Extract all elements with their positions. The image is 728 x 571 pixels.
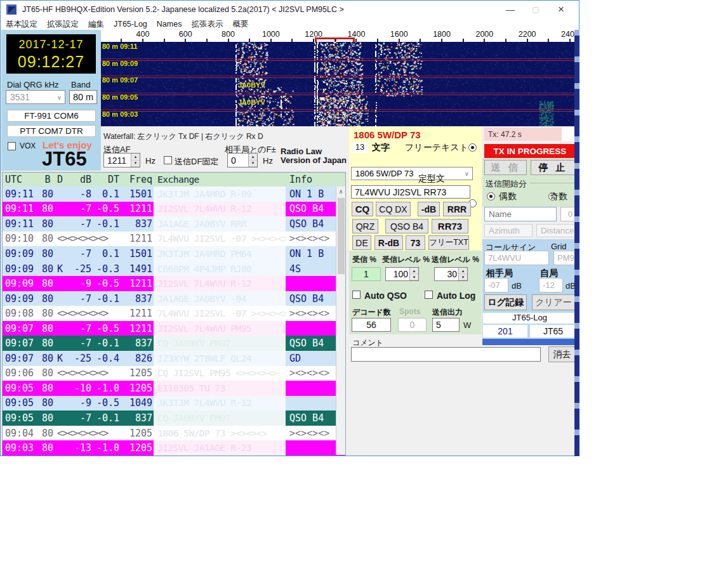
table-row[interactable]: 09:0880<><><><><>12117L4WVU JI2SVL -07 >…: [3, 306, 345, 321]
tx-af-spinner[interactable]: 1211 ▲▼: [103, 153, 140, 167]
table-row[interactable]: 09:1180-7-0.51211JI2SVL 7L4WVU R-12QSO B…: [3, 202, 345, 217]
scrollbar-thumb[interactable]: [338, 198, 345, 274]
scroll-up-icon[interactable]: ∧: [336, 187, 345, 197]
comment-input[interactable]: [351, 347, 541, 362]
menu-edit[interactable]: 編集: [88, 19, 104, 30]
cell-band: 80: [38, 216, 57, 232]
r-db-button[interactable]: R-dB: [374, 235, 403, 250]
rr73-button[interactable]: RR73: [432, 219, 468, 233]
seventythree-button[interactable]: 73: [406, 235, 425, 250]
chevron-down-icon: ∨: [57, 94, 62, 101]
auto-log-checkbox[interactable]: [425, 291, 433, 299]
auto-qso-checkbox[interactable]: [352, 291, 361, 299]
waterfall-canvas[interactable]: [101, 42, 575, 126]
menu-basic-settings[interactable]: 基本設定: [6, 19, 37, 30]
table-row[interactable]: 09:0980-70.11501JK3TJM JA4MRD PM64ON 1 B: [3, 246, 345, 261]
callsign-input[interactable]: 7L4WVU: [484, 251, 549, 265]
table-row[interactable]: 09:1180-7-0.1837JA1AGE JA0BYV RRRQSO B4: [3, 216, 345, 232]
dial-qrg-select[interactable]: 3531 ∨: [6, 90, 65, 104]
separator-bar: [482, 339, 577, 345]
table-row[interactable]: 09:0580-7-0.1837CQ JA0BYV PM97QSO B4: [3, 410, 345, 426]
table-row[interactable]: 09:1080<><><><><>12117L4WVU JI2SVL -07 >…: [3, 232, 345, 247]
spinner-arrows-icon[interactable]: ▲▼: [409, 268, 418, 280]
menu-names[interactable]: Names: [157, 20, 182, 29]
table-row[interactable]: 09:0380-13-1.01205JI2SVL JA1AGE R-23: [3, 440, 345, 456]
cell-dt: -0.1: [91, 336, 119, 351]
rx-level-spinner[interactable]: 100 ▲▼: [385, 267, 419, 281]
stop-button[interactable]: 停 止: [531, 160, 576, 175]
df-lock-checkbox[interactable]: [164, 156, 172, 164]
table-row[interactable]: 09:0780-7-0.51211JI2SVL 7L4WVU PM95: [3, 321, 345, 336]
vox-checkbox[interactable]: [8, 142, 16, 150]
close-button[interactable]: ×: [548, 1, 574, 18]
log-record-button[interactable]: ログ記録: [484, 294, 527, 310]
spinner-arrows-icon[interactable]: ▲▼: [248, 154, 257, 167]
rig-status[interactable]: FT-991 COM6: [7, 110, 96, 122]
waterfall[interactable]: 80 m 09:1180 m 09:0980 m 09:0780 m 09:05…: [101, 42, 575, 126]
table-row[interactable]: 09:0980-9-0.51211JI2SVL 7L4WVU R-12: [3, 276, 345, 291]
table-row[interactable]: 09:0980-7-0.1837JA1AGE JA0BYV -04QSO B4: [3, 291, 345, 306]
minimize-button[interactable]: —: [498, 1, 523, 18]
cqdx-button[interactable]: CQ DX: [376, 202, 411, 216]
cell-exchange: JI2SVL 7L4WVU PM95: [154, 321, 286, 336]
even-radio[interactable]: [487, 192, 495, 200]
template-text-input[interactable]: 7L4WVU JI2SVL RR73: [351, 185, 470, 199]
cell-exchange: JA1AGE JA0BYV -04: [154, 291, 286, 306]
col-utc: UTC: [3, 174, 38, 185]
rrr-button[interactable]: RRR: [443, 202, 471, 216]
table-row[interactable]: 09:0480<><><><><>12051806 5W/DP 73 ><><>…: [3, 426, 345, 441]
table-row[interactable]: 09:0780K-25-0.4826IZ3XYW 2T8WLF QL24GD: [3, 351, 345, 366]
send-button[interactable]: 送 信: [484, 160, 527, 175]
cell-exchange: JA1AGE JA0BYV RRR: [154, 216, 286, 232]
qrz-button[interactable]: QRZ: [352, 219, 378, 233]
spinner-arrows-icon[interactable]: ▲▼: [131, 154, 140, 167]
app-window: JT65-HF HB9HQX-Edition Version 5.2- Japa…: [0, 0, 579, 456]
table-row[interactable]: 09:0780-7-0.1837CQ JA0BYV PM97QSO B4: [3, 336, 345, 351]
cell-dt: 0.1: [91, 187, 119, 202]
cell-decoder: [57, 336, 67, 351]
ptt-status[interactable]: PTT COM7 DTR: [7, 125, 96, 137]
table-header: UTC B D dB DT Freq Exchange Info: [3, 173, 345, 187]
free-text-radio[interactable]: [468, 143, 477, 152]
table-row[interactable]: 09:1180-80.11501JK3TJM JA4MRD R-09ON 1 B: [3, 187, 345, 202]
minus-db-button[interactable]: -dB: [418, 202, 440, 216]
timer-spacer: [562, 128, 576, 141]
table-row[interactable]: 09:0580-10-1.01205E110305 TU 73: [3, 381, 345, 396]
titlebar[interactable]: JT65-HF HB9HQX-Edition Version 5.2- Japa…: [1, 1, 579, 18]
grid-input[interactable]: PM95: [553, 251, 575, 265]
cell-utc: 09:11: [3, 216, 38, 232]
their-db-value: -07: [484, 278, 508, 292]
menu-advanced-settings[interactable]: 拡張設定: [47, 19, 79, 30]
table-row[interactable]: 09:0680<><><><><>1205CQ JI2SVL PM95 <><>…: [3, 366, 345, 381]
de-button[interactable]: DE: [352, 235, 371, 250]
cq-button[interactable]: CQ: [352, 202, 373, 216]
menu-jt65-log[interactable]: JT65-Log: [114, 20, 147, 29]
waterfall-hint: Waterfall: 左クリック Tx DF | 右クリック Rx D: [103, 131, 263, 142]
log-clear-button[interactable]: クリアー: [532, 294, 575, 310]
erase-button[interactable]: 消去: [548, 346, 576, 362]
table-row[interactable]: 09:0580-9-0.51049JK3TJM 7L4WVU R-12: [3, 396, 345, 411]
table-scrollbar[interactable]: ∧: [336, 187, 345, 455]
spinner-arrows-icon[interactable]: ▲▼: [458, 268, 467, 280]
cell-freq: 1501: [119, 246, 152, 261]
menu-overview[interactable]: 概要: [232, 19, 248, 30]
tx-level-spinner[interactable]: 30 ▲▼: [434, 267, 468, 281]
grid-label: Grid: [551, 242, 567, 251]
tx-power-value[interactable]: 5: [432, 318, 460, 332]
free-text-select[interactable]: 1806 5W/DP 73 ∨: [351, 167, 473, 180]
cell-dt: -1.0: [91, 440, 119, 456]
azimuth-box: Azimuth: [484, 224, 533, 237]
table-row[interactable]: 09:0980K-25-0.31491C660PM 4P4JMP RJ804S: [3, 261, 345, 277]
divider: [530, 183, 576, 183]
scale-label: 2200: [515, 30, 540, 39]
tx-start-label: 送信開始分: [486, 178, 527, 190]
offset-spinner[interactable]: 0 ▲▼: [227, 153, 258, 167]
frequency-scale[interactable]: 4006008001000120014001600180020002200240…: [101, 30, 575, 42]
cell-exchange: IZ3XYW 2T8WLF QL24: [154, 351, 286, 366]
cell-freq: 1205: [119, 426, 152, 441]
name-input[interactable]: [484, 207, 557, 221]
free-txt-button[interactable]: フリーTXT: [428, 235, 469, 250]
maximize-button[interactable]: ▢: [523, 1, 548, 18]
qsob4-button[interactable]: QSO B4: [385, 219, 428, 233]
menu-advanced-view[interactable]: 拡張表示: [191, 19, 223, 30]
